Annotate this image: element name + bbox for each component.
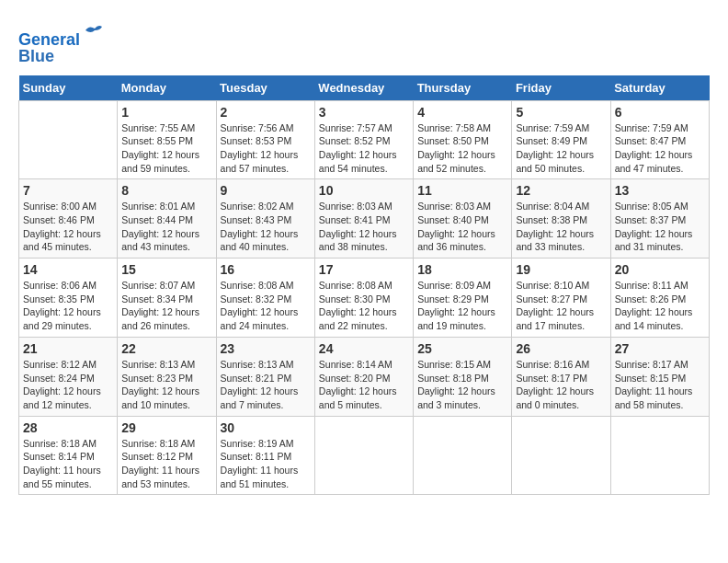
weekday-header-row: SundayMondayTuesdayWednesdayThursdayFrid… — [19, 75, 710, 101]
day-number: 5 — [516, 105, 606, 120]
logo-bird-icon — [82, 23, 104, 45]
day-info: Sunrise: 8:05 AMSunset: 8:37 PMDaylight:… — [615, 200, 705, 254]
weekday-tuesday: Tuesday — [216, 75, 314, 101]
calendar-cell: 14Sunrise: 8:06 AMSunset: 8:35 PMDayligh… — [19, 259, 118, 338]
day-info: Sunrise: 8:13 AMSunset: 8:21 PMDaylight:… — [221, 358, 311, 412]
calendar-cell: 5Sunrise: 7:59 AMSunset: 8:49 PMDaylight… — [512, 100, 610, 179]
day-info: Sunrise: 7:56 AMSunset: 8:53 PMDaylight:… — [221, 121, 311, 176]
day-number: 23 — [221, 341, 311, 356]
day-number: 24 — [319, 341, 409, 356]
week-row-5: 28Sunrise: 8:18 AMSunset: 8:14 PMDayligh… — [19, 416, 710, 495]
day-info: Sunrise: 8:15 AMSunset: 8:18 PMDaylight:… — [417, 358, 507, 412]
calendar-cell: 23Sunrise: 8:13 AMSunset: 8:21 PMDayligh… — [216, 337, 314, 416]
day-info: Sunrise: 8:10 AMSunset: 8:27 PMDaylight:… — [516, 279, 606, 333]
week-row-3: 14Sunrise: 8:06 AMSunset: 8:35 PMDayligh… — [19, 259, 710, 338]
calendar-cell: 2Sunrise: 7:56 AMSunset: 8:53 PMDaylight… — [216, 100, 314, 179]
day-info: Sunrise: 8:19 AMSunset: 8:11 PMDaylight:… — [221, 437, 311, 491]
day-info: Sunrise: 8:01 AMSunset: 8:44 PMDaylight:… — [121, 200, 211, 254]
day-number: 25 — [417, 341, 507, 356]
calendar-cell: 9Sunrise: 8:02 AMSunset: 8:43 PMDaylight… — [216, 179, 314, 259]
day-number: 12 — [516, 183, 606, 198]
day-number: 3 — [319, 105, 409, 120]
day-number: 21 — [23, 341, 113, 356]
day-number: 9 — [221, 183, 311, 198]
calendar-cell: 7Sunrise: 8:00 AMSunset: 8:46 PMDaylight… — [19, 179, 118, 259]
day-info: Sunrise: 8:18 AMSunset: 8:14 PMDaylight:… — [23, 437, 113, 491]
day-number: 14 — [23, 262, 113, 277]
day-number: 8 — [121, 183, 211, 198]
day-info: Sunrise: 8:04 AMSunset: 8:38 PMDaylight:… — [516, 200, 606, 254]
day-number: 22 — [121, 341, 211, 356]
calendar-cell: 30Sunrise: 8:19 AMSunset: 8:11 PMDayligh… — [216, 416, 314, 495]
day-number: 13 — [615, 183, 705, 198]
day-info: Sunrise: 8:07 AMSunset: 8:34 PMDaylight:… — [121, 279, 211, 333]
day-number: 26 — [516, 341, 606, 356]
calendar-cell: 20Sunrise: 8:11 AMSunset: 8:26 PMDayligh… — [610, 259, 709, 338]
calendar-cell: 6Sunrise: 7:59 AMSunset: 8:47 PMDaylight… — [610, 100, 709, 179]
day-info: Sunrise: 8:11 AMSunset: 8:26 PMDaylight:… — [615, 279, 705, 333]
week-row-1: 1Sunrise: 7:55 AMSunset: 8:55 PMDaylight… — [19, 100, 710, 179]
weekday-wednesday: Wednesday — [314, 75, 413, 101]
calendar-cell: 13Sunrise: 8:05 AMSunset: 8:37 PMDayligh… — [610, 179, 709, 259]
weekday-friday: Friday — [512, 75, 610, 101]
day-info: Sunrise: 8:02 AMSunset: 8:43 PMDaylight:… — [221, 200, 311, 254]
calendar-cell: 26Sunrise: 8:16 AMSunset: 8:17 PMDayligh… — [512, 337, 610, 416]
day-number: 30 — [221, 420, 311, 435]
calendar-cell: 8Sunrise: 8:01 AMSunset: 8:44 PMDaylight… — [118, 179, 216, 259]
calendar-cell: 3Sunrise: 7:57 AMSunset: 8:52 PMDaylight… — [314, 100, 413, 179]
calendar-cell: 16Sunrise: 8:08 AMSunset: 8:32 PMDayligh… — [216, 259, 314, 338]
calendar-table: SundayMondayTuesdayWednesdayThursdayFrid… — [18, 75, 710, 496]
day-number: 10 — [319, 183, 409, 198]
week-row-2: 7Sunrise: 8:00 AMSunset: 8:46 PMDaylight… — [19, 179, 710, 259]
day-number: 18 — [417, 262, 507, 277]
day-number: 7 — [23, 183, 113, 198]
weekday-saturday: Saturday — [610, 75, 709, 101]
day-number: 20 — [615, 262, 705, 277]
weekday-thursday: Thursday — [414, 75, 512, 101]
day-number: 28 — [23, 420, 113, 435]
day-number: 16 — [221, 262, 311, 277]
day-info: Sunrise: 8:09 AMSunset: 8:29 PMDaylight:… — [417, 279, 507, 333]
day-info: Sunrise: 7:58 AMSunset: 8:50 PMDaylight:… — [417, 121, 507, 176]
calendar-cell: 29Sunrise: 8:18 AMSunset: 8:12 PMDayligh… — [118, 416, 216, 495]
calendar-cell: 21Sunrise: 8:12 AMSunset: 8:24 PMDayligh… — [19, 337, 118, 416]
weekday-monday: Monday — [118, 75, 216, 101]
calendar-cell: 11Sunrise: 8:03 AMSunset: 8:40 PMDayligh… — [414, 179, 512, 259]
calendar-cell: 25Sunrise: 8:15 AMSunset: 8:18 PMDayligh… — [414, 337, 512, 416]
calendar-cell: 12Sunrise: 8:04 AMSunset: 8:38 PMDayligh… — [512, 179, 610, 259]
calendar-cell — [512, 416, 610, 495]
day-info: Sunrise: 8:12 AMSunset: 8:24 PMDaylight:… — [23, 358, 113, 412]
calendar-body: 1Sunrise: 7:55 AMSunset: 8:55 PMDaylight… — [19, 100, 710, 495]
header: General Blue — [18, 18, 710, 66]
day-number: 19 — [516, 262, 606, 277]
day-info: Sunrise: 8:16 AMSunset: 8:17 PMDaylight:… — [516, 358, 606, 412]
day-number: 15 — [121, 262, 211, 277]
day-info: Sunrise: 8:06 AMSunset: 8:35 PMDaylight:… — [23, 279, 113, 333]
day-number: 27 — [615, 341, 705, 356]
calendar-cell: 18Sunrise: 8:09 AMSunset: 8:29 PMDayligh… — [414, 259, 512, 338]
day-info: Sunrise: 8:03 AMSunset: 8:41 PMDaylight:… — [319, 200, 409, 254]
calendar-cell — [610, 416, 709, 495]
logo: General Blue — [18, 23, 104, 66]
calendar-cell — [414, 416, 512, 495]
calendar-cell: 24Sunrise: 8:14 AMSunset: 8:20 PMDayligh… — [314, 337, 413, 416]
calendar-cell: 27Sunrise: 8:17 AMSunset: 8:15 PMDayligh… — [610, 337, 709, 416]
calendar-cell: 10Sunrise: 8:03 AMSunset: 8:41 PMDayligh… — [314, 179, 413, 259]
day-number: 11 — [417, 183, 507, 198]
calendar-cell: 1Sunrise: 7:55 AMSunset: 8:55 PMDaylight… — [118, 100, 216, 179]
day-info: Sunrise: 7:59 AMSunset: 8:49 PMDaylight:… — [516, 121, 606, 176]
calendar-cell: 17Sunrise: 8:08 AMSunset: 8:30 PMDayligh… — [314, 259, 413, 338]
day-info: Sunrise: 7:59 AMSunset: 8:47 PMDaylight:… — [615, 121, 705, 176]
day-info: Sunrise: 7:55 AMSunset: 8:55 PMDaylight:… — [121, 121, 211, 176]
calendar-cell: 15Sunrise: 8:07 AMSunset: 8:34 PMDayligh… — [118, 259, 216, 338]
day-info: Sunrise: 8:08 AMSunset: 8:32 PMDaylight:… — [221, 279, 311, 333]
day-info: Sunrise: 8:14 AMSunset: 8:20 PMDaylight:… — [319, 358, 409, 412]
week-row-4: 21Sunrise: 8:12 AMSunset: 8:24 PMDayligh… — [19, 337, 710, 416]
day-info: Sunrise: 8:03 AMSunset: 8:40 PMDaylight:… — [417, 200, 507, 254]
calendar-cell: 28Sunrise: 8:18 AMSunset: 8:14 PMDayligh… — [19, 416, 118, 495]
day-info: Sunrise: 8:13 AMSunset: 8:23 PMDaylight:… — [121, 358, 211, 412]
day-number: 6 — [615, 105, 705, 120]
calendar-cell — [19, 100, 118, 179]
day-info: Sunrise: 8:18 AMSunset: 8:12 PMDaylight:… — [121, 437, 211, 491]
calendar-cell — [314, 416, 413, 495]
